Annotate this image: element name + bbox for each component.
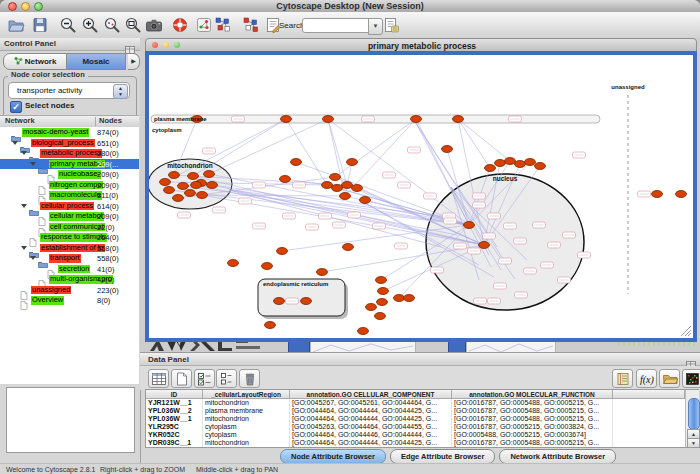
graph-node[interactable] (262, 263, 273, 270)
import-list-icon[interactable] (612, 369, 633, 388)
graph-node[interactable] (322, 182, 333, 189)
tree-item-transport[interactable]: transport558(0) (0, 253, 139, 264)
table-cell[interactable]: YKR052C (146, 431, 203, 439)
table-cell[interactable]: mitochondrion (203, 439, 290, 447)
graph-node[interactable] (404, 295, 415, 302)
graph-node[interactable] (358, 328, 369, 335)
graph-node[interactable] (515, 161, 526, 168)
tree-item-biological-process[interactable]: biological_process651(0) (0, 138, 139, 149)
graph-node[interactable] (188, 173, 199, 180)
table-cell[interactable]: [GO:0016787, GO:0005488, GO:0005215, G..… (452, 407, 613, 415)
tree-item-nucleobase-[interactable]: nucleobase-209(0) (0, 169, 139, 180)
graph-node[interactable] (535, 163, 546, 170)
graph-node[interactable] (317, 269, 328, 276)
node-color-dropdown[interactable]: transporter activity ▲▼ (8, 82, 130, 99)
network-canvas[interactable]: plasma membranecytoplasmmitochondrionnuc… (149, 55, 693, 338)
tree-item-multi-organism-pro[interactable]: multi-organism pro42(0) (0, 274, 139, 285)
graph-node[interactable] (525, 159, 536, 166)
graph-node[interactable] (301, 298, 312, 305)
search-input[interactable] (302, 18, 372, 33)
graph-node[interactable] (204, 171, 215, 178)
graph-node[interactable] (228, 260, 239, 267)
graph-node[interactable] (185, 190, 196, 197)
zoom-in-icon[interactable] (80, 15, 100, 35)
tab-edge-attribute-browser[interactable]: Edge Attribute Browser (390, 449, 495, 464)
table-cell[interactable]: [GO:0044464, GO:0044444, GO:0044425, G..… (290, 415, 452, 423)
graph-node[interactable] (340, 193, 351, 200)
tab-overflow-arrow-icon[interactable]: ▶ (128, 53, 140, 70)
scroll-down-icon[interactable]: ▼ (687, 438, 700, 448)
expander-icon[interactable] (21, 204, 27, 208)
graph-node[interactable] (281, 116, 292, 123)
tree-item-mosaic-demo-yeast[interactable]: mosaic-demo-yeast874(0) (0, 127, 139, 138)
table-cell[interactable]: [GO:0016787, GO:0005488, GO:0005215, G..… (452, 399, 613, 407)
graph-node[interactable] (347, 159, 358, 166)
search-dropdown-icon[interactable]: ▼ (368, 18, 383, 35)
graph-node[interactable] (375, 313, 386, 320)
graph-node[interactable] (207, 182, 218, 189)
expander-icon[interactable] (30, 256, 36, 260)
column-header[interactable]: _cellularLayoutRegion (203, 390, 290, 399)
table-cell[interactable]: YPL036W__1 (146, 415, 203, 423)
new-attribute-icon[interactable] (171, 369, 192, 388)
graph-node[interactable] (495, 160, 506, 167)
table-cell[interactable]: cytoplasm (203, 423, 290, 431)
table-cell[interactable]: [GO:0045263, GO:0044464, GO:0044455, G..… (290, 423, 452, 431)
delete-attribute-icon[interactable] (239, 369, 260, 388)
tree-item-secretion[interactable]: secretion41(0) (0, 264, 139, 275)
graph-node[interactable] (360, 197, 371, 204)
graph-node[interactable] (265, 322, 276, 329)
table-cell[interactable]: [GO:0044464, GO:0044446, GO:0044444, G..… (290, 431, 452, 439)
load-attributes-icon[interactable] (659, 369, 680, 388)
tree-item-cell-communicat[interactable]: cell communicat22(0) (0, 222, 139, 233)
formula-icon[interactable]: f(x) (636, 369, 657, 388)
graph-node[interactable] (411, 116, 422, 123)
table-cell[interactable]: [GO:0045267, GO:0045261, GO:0044464, G..… (290, 399, 452, 407)
graph-node[interactable] (197, 192, 208, 199)
tree-item-establishment-of-lo[interactable]: establishment of lo558(0) (0, 243, 139, 254)
attribute-table-icon[interactable] (148, 369, 169, 388)
table-cell[interactable]: [GO:0016787, GO:0005488, GO:0005215, G..… (452, 415, 613, 423)
table-cell[interactable]: YDR039C__1 (146, 439, 203, 447)
graph-node[interactable] (291, 159, 302, 166)
tab-network[interactable]: Network (3, 53, 67, 70)
graph-node[interactable] (479, 242, 490, 249)
layout-blue-icon[interactable] (213, 15, 233, 35)
graph-node[interactable] (277, 248, 288, 255)
tree-item-nitrogen-compo[interactable]: nitrogen compo209(0) (0, 180, 139, 191)
unselect-attributes-icon[interactable] (216, 369, 237, 388)
zoom-out-icon[interactable] (58, 15, 78, 35)
graph-node[interactable] (342, 182, 353, 189)
table-cell[interactable]: plasma membrane (203, 407, 290, 415)
graph-node[interactable] (485, 165, 496, 172)
expander-icon[interactable] (30, 162, 36, 166)
help-icon[interactable] (170, 15, 190, 35)
graph-node[interactable] (352, 185, 363, 192)
tree-item-metabolic-process[interactable]: metabolic process280(0) (0, 148, 139, 159)
graph-node[interactable] (323, 116, 334, 123)
tree-item-cellular-metabol[interactable]: cellular metabol209(0) (0, 211, 139, 222)
graph-node[interactable] (442, 146, 453, 153)
snapshot-icon[interactable] (144, 15, 164, 35)
graphics-details-icon[interactable] (194, 15, 214, 35)
table-cell[interactable]: [GO:0044464, GO:0044444, GO:0044425, G..… (290, 439, 452, 447)
graph-node[interactable] (394, 295, 405, 302)
column-header[interactable]: annotation.GO CELLULAR_COMPONENT (290, 390, 452, 399)
table-cell[interactable]: cytoplasm (203, 431, 290, 439)
graph-node[interactable] (377, 299, 388, 306)
graph-node[interactable] (332, 185, 343, 192)
graph-node[interactable] (343, 244, 354, 251)
tree-item-cellular-process[interactable]: cellular process614(0) (0, 201, 139, 212)
expander-icon[interactable] (21, 151, 27, 155)
column-header[interactable]: annotation.GO MOLECULAR_FUNCTION (452, 390, 613, 399)
tree-item-primary-metabol[interactable]: primary metabol209(... (0, 159, 139, 170)
table-cell[interactable]: [GO:0016787, GO:0005215, GO:0003824, G..… (452, 423, 613, 431)
table-cell[interactable]: YJR121W__1 (146, 399, 203, 407)
birds-eye-view[interactable] (6, 387, 135, 453)
resize-grip-icon[interactable] (681, 326, 691, 336)
table-cell[interactable]: [GO:0044464, GO:0044444, GO:0044425, G..… (290, 407, 452, 415)
table-cell[interactable]: mitochondrion (203, 415, 290, 423)
graph-node[interactable] (280, 176, 291, 183)
graph-node[interactable] (173, 195, 184, 202)
scrollbar-thumb[interactable] (688, 398, 700, 430)
